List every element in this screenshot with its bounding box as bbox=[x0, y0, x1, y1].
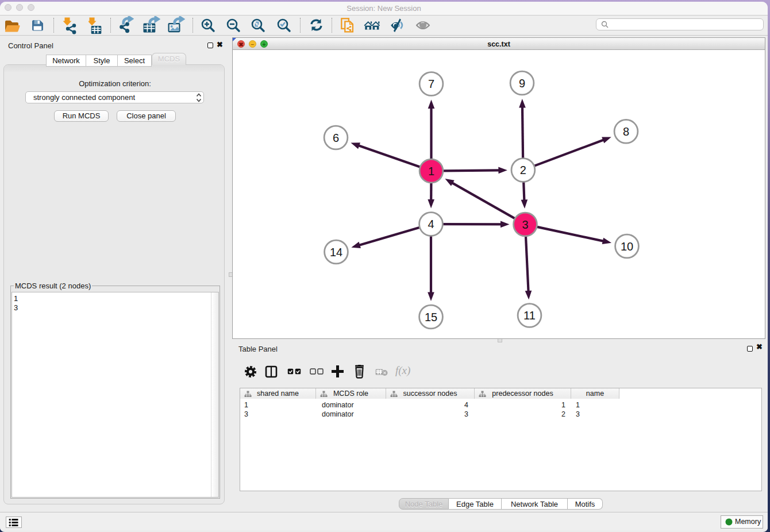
svg-text:6: 6 bbox=[333, 132, 339, 144]
svg-text:4: 4 bbox=[428, 218, 434, 230]
svg-text:8: 8 bbox=[623, 125, 629, 138]
svg-text:7: 7 bbox=[428, 78, 434, 90]
svg-text:15: 15 bbox=[425, 311, 437, 323]
svg-text:1: 1 bbox=[428, 165, 434, 178]
svg-text:3: 3 bbox=[522, 218, 528, 231]
svg-text:9: 9 bbox=[519, 77, 525, 90]
svg-text:10: 10 bbox=[621, 240, 633, 253]
svg-text:14: 14 bbox=[330, 246, 342, 259]
svg-text:2: 2 bbox=[520, 164, 526, 176]
svg-text:11: 11 bbox=[523, 309, 536, 322]
